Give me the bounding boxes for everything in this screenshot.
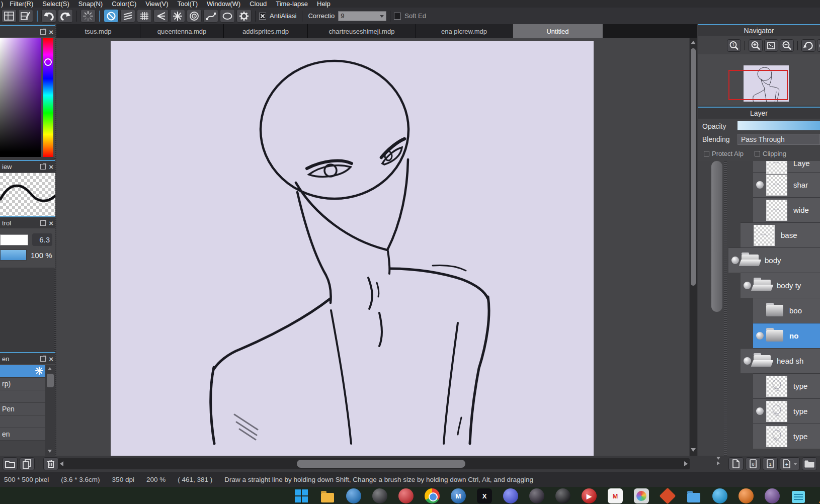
brush-list-item[interactable]: en — [0, 428, 45, 441]
layer-row-type[interactable]: type — [753, 373, 820, 398]
snap-ellipse-button[interactable] — [220, 9, 235, 23]
protect-alpha-option[interactable]: Protect Alp — [704, 150, 744, 157]
visibility-slot[interactable] — [753, 181, 766, 189]
visibility-dot-icon[interactable] — [756, 407, 764, 415]
rotate-reset-button[interactable] — [801, 39, 815, 52]
layer-row-laye[interactable]: Laye — [753, 161, 820, 172]
add-layer-folder-button[interactable] — [802, 457, 817, 470]
popout-icon[interactable] — [40, 356, 46, 362]
scroll-right-arrow-icon[interactable] — [684, 461, 688, 466]
popout-icon[interactable] — [40, 164, 46, 170]
mail-app-icon[interactable]: M — [451, 488, 466, 503]
zoom-reset-button[interactable]: 1 — [727, 39, 741, 52]
layer-opacity-slider[interactable] — [737, 121, 820, 130]
add-layer-menu-button[interactable]: + — [780, 457, 800, 470]
document-tab-chartreuseshimeji-mdp[interactable]: chartreuseshimeji.mdp — [308, 24, 416, 38]
scroll-down-arrow-icon[interactable] — [691, 448, 696, 452]
menu-item-help[interactable]: Help — [312, 0, 335, 8]
toolbox-panel-icon[interactable] — [2, 9, 17, 23]
snap-grid-button[interactable] — [137, 9, 152, 23]
menu-item-cloud[interactable]: Cloud — [245, 0, 271, 8]
layer-row-base[interactable]: base — [741, 222, 820, 247]
hue-indicator[interactable] — [44, 58, 52, 66]
brush-list-item[interactable] — [0, 415, 45, 428]
popout-icon[interactable] — [40, 220, 46, 226]
layer-row-body-ty[interactable]: body ty — [741, 273, 820, 298]
visibility-dot-icon[interactable] — [756, 181, 764, 189]
zoom-in-button[interactable] — [749, 39, 763, 52]
saturation-value-square[interactable] — [0, 38, 41, 157]
snap-off-button[interactable] — [104, 9, 119, 23]
close-icon[interactable]: × — [49, 220, 53, 226]
telegram-icon[interactable] — [712, 488, 727, 503]
layer-list-scroll-thumb[interactable] — [711, 161, 722, 312]
close-icon[interactable]: × — [49, 164, 53, 170]
menu-item-toolt[interactable]: Tool(T) — [173, 0, 202, 8]
dark-app-icon[interactable] — [372, 488, 387, 503]
layer-row-shar[interactable]: shar — [753, 172, 820, 197]
brush-list-item[interactable]: Pen — [0, 403, 45, 415]
horizontal-scroll-thumb[interactable] — [297, 460, 465, 468]
notepad-app-icon[interactable] — [791, 488, 806, 503]
visibility-dot-icon[interactable] — [731, 257, 739, 264]
viber-app-icon[interactable] — [765, 488, 780, 503]
brush-list-scrollbar[interactable] — [45, 365, 55, 456]
scroll-right-arrow-icon[interactable] — [717, 461, 720, 465]
visibility-slot[interactable] — [753, 407, 766, 415]
brush-size-slider[interactable] — [0, 234, 28, 245]
close-icon[interactable]: × — [49, 29, 53, 35]
document-tab-addisprites-mdp[interactable]: addisprites.mdp — [224, 24, 308, 38]
menu-item-selects[interactable]: Select(S) — [38, 0, 73, 8]
scroll-down-arrow-icon[interactable] — [716, 457, 720, 460]
layer-row-type[interactable]: type — [753, 398, 820, 424]
menu-item-timelapse[interactable]: Time-lapse — [271, 0, 312, 8]
vlc-icon[interactable] — [817, 488, 820, 503]
rotate-left-button[interactable] — [817, 39, 820, 52]
menu-item-filterr[interactable]: Filter(R) — [5, 0, 38, 8]
brush-list-item[interactable] — [0, 365, 45, 378]
undo-button[interactable] — [41, 9, 56, 23]
navigator-preview-area[interactable] — [698, 54, 820, 106]
gmail-icon[interactable]: M — [608, 488, 623, 503]
windows-start-icon[interactable] — [294, 488, 309, 503]
snap-radial-button[interactable] — [170, 9, 185, 23]
protect-alpha-checkbox[interactable] — [704, 151, 709, 156]
snap-parallel-button[interactable] — [120, 9, 135, 23]
brush-list-item[interactable] — [0, 390, 45, 403]
vertical-scroll-thumb[interactable] — [691, 48, 696, 286]
correction-dropdown[interactable]: 9 — [338, 11, 386, 21]
soft-edge-checkbox[interactable] — [394, 13, 401, 20]
x-twitter-icon[interactable]: X — [477, 488, 492, 503]
scroll-up-arrow-icon[interactable] — [48, 367, 52, 370]
scroll-down-arrow-icon[interactable] — [48, 450, 52, 453]
material-panel-icon[interactable] — [18, 9, 33, 23]
scroll-left-arrow-icon[interactable] — [60, 461, 63, 466]
visibility-dot-icon[interactable] — [744, 282, 751, 289]
document-tab-queentenna-mdp[interactable]: queentenna.mdp — [140, 24, 224, 38]
medibang-paint-icon[interactable] — [634, 488, 649, 503]
add-8bit-layer-button[interactable]: 8 — [746, 457, 761, 470]
snap-settings-button[interactable] — [236, 9, 252, 23]
menu-item-colorc[interactable]: Color(C) — [107, 0, 141, 8]
scroll-up-arrow-icon[interactable] — [691, 41, 696, 44]
layer-row-boo[interactable]: boo — [753, 298, 820, 323]
snap-vanishing-point-button[interactable] — [153, 9, 169, 23]
redo-button[interactable] — [58, 9, 73, 23]
snap-concentric-button[interactable] — [187, 9, 202, 23]
document-tab-untitled[interactable]: Untitled — [513, 24, 603, 38]
zoom-out-button[interactable] — [780, 39, 794, 52]
purple-dark-app-icon[interactable] — [529, 488, 544, 503]
menu-item-fragment[interactable]: ) — [0, 0, 5, 8]
visibility-dot-icon[interactable] — [756, 332, 764, 340]
brush-folder-button[interactable] — [3, 457, 18, 470]
hue-bar[interactable] — [43, 38, 53, 157]
visibility-dot-icon[interactable] — [744, 357, 751, 365]
visibility-slot[interactable] — [753, 332, 766, 340]
dark-media-app-icon[interactable] — [555, 488, 570, 503]
layer-row-no[interactable]: no — [753, 323, 820, 348]
layer-row-head-sh[interactable]: head sh — [741, 348, 820, 373]
brush-settings-gear-icon[interactable] — [35, 367, 43, 376]
fit-screen-button[interactable] — [764, 39, 778, 52]
layer-row-wide[interactable]: wide — [753, 197, 820, 222]
drawing-canvas[interactable] — [111, 41, 594, 456]
